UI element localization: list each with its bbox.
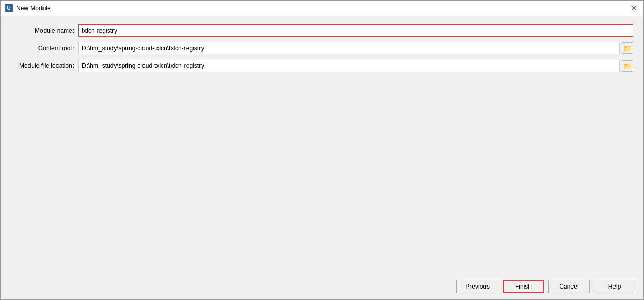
title-bar-left: U New Module	[5, 4, 51, 12]
module-file-input-wrapper: 📁	[78, 60, 633, 72]
content-root-input-wrapper: 📁	[78, 42, 633, 54]
body-spacer	[11, 77, 633, 264]
content-root-label: Content root:	[11, 45, 78, 52]
title-bar: U New Module ✕	[1, 1, 643, 16]
window-title: New Module	[16, 5, 51, 12]
help-button[interactable]: Help	[594, 280, 635, 293]
content-root-row: Content root: 📁	[11, 42, 633, 54]
content-root-input[interactable]	[78, 42, 620, 54]
module-file-input[interactable]	[78, 60, 620, 72]
module-name-label: Module name:	[11, 27, 78, 34]
module-name-row: Module name:	[11, 24, 633, 37]
cancel-button[interactable]: Cancel	[548, 280, 590, 293]
previous-button[interactable]: Previous	[456, 280, 498, 293]
module-file-label: Module file location:	[11, 62, 78, 69]
module-name-input-wrapper	[78, 24, 633, 37]
close-button[interactable]: ✕	[629, 3, 639, 13]
dialog-window: U New Module ✕ Module name: Content root…	[0, 0, 644, 300]
module-name-input[interactable]	[78, 24, 633, 37]
app-icon: U	[5, 4, 13, 12]
finish-button[interactable]: Finish	[503, 280, 544, 293]
dialog-body: Module name: Content root: 📁 Module file…	[1, 16, 643, 273]
content-root-folder-button[interactable]: 📁	[622, 42, 633, 54]
dialog-footer: Previous Finish Cancel Help	[1, 273, 643, 299]
module-file-folder-button[interactable]: 📁	[622, 60, 633, 72]
module-file-row: Module file location: 📁	[11, 60, 633, 72]
